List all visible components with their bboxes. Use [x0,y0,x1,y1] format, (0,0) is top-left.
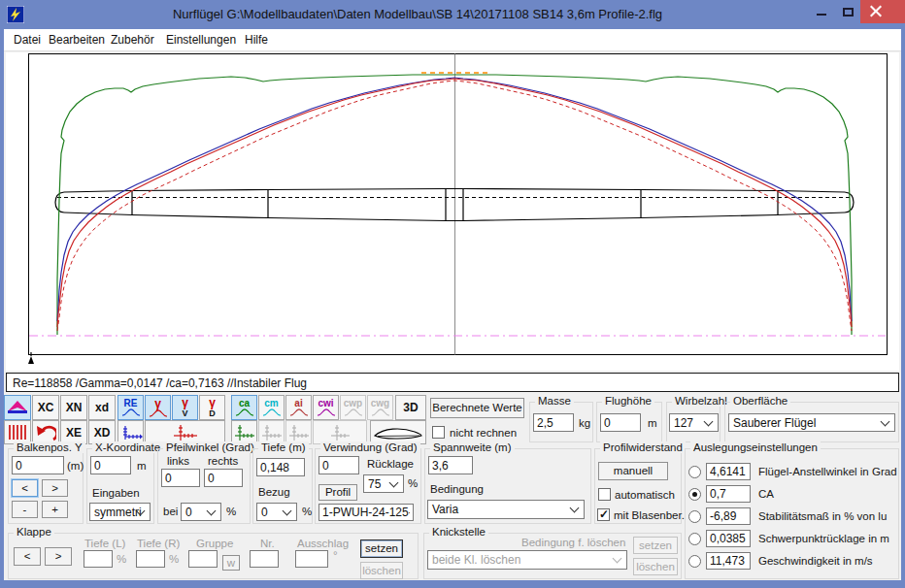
cwg-curve-button[interactable]: cwg [367,395,393,420]
ruecklage-label: Rücklage [367,458,414,470]
berechnete-werte-button[interactable]: Berechnete Werte [430,398,524,418]
wing-view-button[interactable] [4,395,31,420]
spannweite-input[interactable] [428,456,473,474]
knickstelle-dropdown[interactable]: beide Kl. löschen [427,550,627,570]
profil-button[interactable]: Profil [318,484,357,501]
xkoordinate-input[interactable] [90,456,131,474]
eingaben-dropdown[interactable]: symmetri [89,503,151,521]
menu-bearbeiten[interactable]: Bearbeiten [49,33,105,47]
menu-datei[interactable]: Datei [14,33,41,47]
masse-unit: kg [579,417,590,429]
xc-button[interactable]: XC [32,395,59,420]
menu-hilfe[interactable]: Hilfe [245,33,268,47]
app-window: Nurflügel G:\Modellbaudaten\Daten Modell… [0,0,905,588]
ruecklage-dropdown[interactable]: 75 [363,474,404,493]
gamma-v-button[interactable]: γ V [172,395,198,420]
verwindung-input[interactable] [318,456,359,474]
ai-curve-icon [289,408,309,416]
flughoehe-input[interactable] [600,413,641,432]
maximize-button[interactable] [836,5,861,21]
ai-curve-button[interactable]: ai [285,395,312,420]
wing-plot-canvas[interactable] [6,52,899,371]
auslegung-radio-2[interactable] [688,510,701,523]
tiefe-input[interactable] [256,458,305,476]
bei-dropdown[interactable]: 0 [181,503,221,521]
masse-input[interactable] [533,413,574,432]
xkoordinate-unit: m [137,460,147,472]
close-button[interactable] [860,0,905,23]
balkenpos-minus-button[interactable]: - [12,501,38,518]
cwp-curve-icon [344,408,363,416]
gruppe-label: Gruppe [196,538,233,549]
oberflaeche-dropdown[interactable]: Sauberer Flügel [728,413,895,432]
klappe-next-button[interactable]: > [45,547,72,566]
gamma-curve-icon [149,409,168,417]
minimize-button[interactable] [809,5,834,21]
klappe-loeschen-button[interactable]: löschen [360,562,403,579]
window-title: Nurflügel G:\Modellbaudaten\Daten Modell… [0,7,835,21]
balkenpos-prev-button[interactable]: < [12,479,38,497]
gamma-d-button[interactable]: γ D [199,395,225,420]
gruppe-input[interactable] [188,550,218,568]
auslegung-value-1[interactable] [706,485,751,503]
knickstelle-title: Knickstelle [429,526,488,538]
auslegung-radio-4[interactable] [688,555,701,568]
klappe-setzen-button[interactable]: setzen [360,539,403,558]
cwi-curve-button[interactable]: cwi [313,395,339,420]
knickstelle-setzen-button[interactable]: setzen [633,537,678,554]
ausschlag-input[interactable] [295,550,328,568]
view-3d-button[interactable]: 3D [395,395,426,420]
status-bar: Re=118858 /Gamma=0,0147 /ca=0,7163 //Ins… [6,373,899,392]
auslegung-radio-1[interactable] [688,488,701,501]
chevron-down-icon [704,416,714,426]
auslegung-value-2[interactable] [706,507,751,525]
auslegung-radio-3[interactable] [688,533,701,545]
profil-input[interactable] [318,504,414,521]
klappe-prev-button[interactable]: < [14,547,41,566]
ca-curve-button[interactable]: ca [231,395,257,420]
chevron-down-icon [389,477,399,487]
w-button[interactable]: w [222,555,240,571]
gamma-curve-button[interactable]: γ [145,395,171,420]
bezug-dropdown[interactable]: 0 [256,503,297,521]
wirbelzahl-dropdown[interactable]: 127 [669,413,719,432]
xn-button[interactable]: XN [60,395,87,420]
chevron-down-icon [613,554,622,564]
cwp-curve-button[interactable]: cwp [340,395,366,420]
auslegung-value-0[interactable] [706,463,751,480]
menu-zubehoer[interactable]: Zubehör [111,33,154,47]
wing-icon [6,400,29,416]
auslegung-label-1: CA [758,488,774,500]
auslegung-value-3[interactable] [706,530,751,547]
tiefe-r-input[interactable] [136,550,165,568]
menu-einstellungen[interactable]: Einstellungen [166,33,236,47]
window-edge-bottom [0,580,905,588]
maximize-icon [843,8,854,16]
blasen-label: mit Blasenber. [614,509,685,521]
auslegung-radio-0[interactable] [688,466,701,478]
re-curve-button[interactable]: RE [117,395,144,420]
nicht-rechnen-checkbox[interactable] [432,426,445,439]
ca-curve-icon [235,408,254,416]
automatisch-checkbox[interactable] [598,488,611,501]
blasen-checkbox[interactable] [597,508,610,521]
balkenpos-input[interactable] [12,456,64,474]
balkenpos-plus-button[interactable]: + [42,501,68,518]
bedingung-dropdown[interactable]: Varia [427,500,585,519]
pfeilwinkel-rechts-input[interactable] [204,469,243,487]
ribs-icon [7,424,28,441]
cm-curve-button[interactable]: cm [258,395,285,420]
balkenpos-next-button[interactable]: > [42,479,68,497]
pfeilwinkel-links-input[interactable] [161,469,200,487]
tiefe-l-percent: % [117,553,126,565]
automatisch-label: automatisch [615,489,675,501]
auslegung-value-4[interactable] [706,552,751,570]
xd-button[interactable]: xd [88,395,116,420]
ruecklage-percent: % [408,477,418,489]
manuell-button[interactable]: manuell [598,462,668,480]
xkoordinate-title: X-Koordinate [92,441,163,453]
knickstelle-loeschen-button[interactable]: löschen [633,558,678,575]
nr-input[interactable] [250,550,279,568]
tiefe-l-input[interactable] [84,550,113,568]
wing-plot-svg [6,52,899,371]
